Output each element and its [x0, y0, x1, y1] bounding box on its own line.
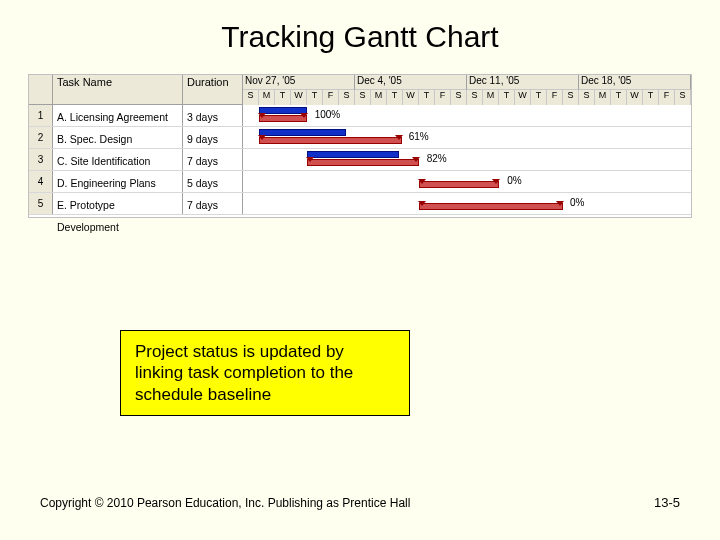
day-header: F	[323, 90, 339, 105]
page-title: Tracking Gantt Chart	[0, 0, 720, 74]
day-header: S	[675, 90, 691, 105]
day-header: T	[387, 90, 403, 105]
row-taskname: E. Prototype Development	[53, 193, 183, 214]
row-duration: 7 days	[183, 193, 243, 214]
col-header-duration: Duration	[183, 75, 243, 104]
row-duration: 5 days	[183, 171, 243, 192]
table-row: 5 E. Prototype Development 7 days 0%	[29, 193, 691, 215]
gantt-bar-baseline	[307, 159, 419, 166]
gantt-bar-actual	[259, 129, 347, 136]
gantt-body: 1 A. Licensing Agreement 3 days 100% 2 B…	[29, 105, 691, 215]
day-header: W	[403, 90, 419, 105]
row-taskname: B. Spec. Design	[53, 127, 183, 148]
gantt-bar-label: 0%	[507, 175, 521, 186]
row-id: 3	[29, 149, 53, 170]
day-header: S	[355, 90, 371, 105]
row-taskname: C. Site Identification	[53, 149, 183, 170]
row-id: 2	[29, 127, 53, 148]
gantt-bar-label: 82%	[427, 153, 447, 164]
row-duration: 3 days	[183, 105, 243, 126]
gantt-bar-label: 100%	[315, 109, 341, 120]
gantt-chart: Task Name Duration Nov 27, '05 Dec 4, '0…	[28, 74, 692, 218]
day-header: M	[595, 90, 611, 105]
day-header: T	[531, 90, 547, 105]
gantt-bar-baseline	[419, 181, 499, 188]
day-header: M	[483, 90, 499, 105]
day-header: S	[451, 90, 467, 105]
gantt-bar-baseline	[259, 137, 403, 144]
table-row: 1 A. Licensing Agreement 3 days 100%	[29, 105, 691, 127]
row-taskname: D. Engineering Plans	[53, 171, 183, 192]
day-header: T	[643, 90, 659, 105]
day-header: F	[659, 90, 675, 105]
page-number: 13-5	[654, 495, 680, 510]
row-id: 1	[29, 105, 53, 126]
copyright-text: Copyright © 2010 Pearson Education, Inc.…	[40, 496, 410, 510]
day-header: T	[275, 90, 291, 105]
row-taskname: A. Licensing Agreement	[53, 105, 183, 126]
day-header: W	[627, 90, 643, 105]
day-header: F	[547, 90, 563, 105]
week-header: Dec 18, '05	[579, 75, 691, 90]
col-header-timeline: Nov 27, '05 Dec 4, '05 Dec 11, '05 Dec 1…	[243, 75, 691, 104]
week-header: Dec 4, '05	[355, 75, 467, 90]
day-header: T	[419, 90, 435, 105]
callout-box: Project status is updated by linking tas…	[120, 330, 410, 416]
day-header: S	[579, 90, 595, 105]
day-header: M	[259, 90, 275, 105]
day-header: T	[611, 90, 627, 105]
gantt-bar-label: 61%	[409, 131, 429, 142]
day-header: F	[435, 90, 451, 105]
gantt-bar-label: 0%	[570, 197, 584, 208]
table-row: 2 B. Spec. Design 9 days 61%	[29, 127, 691, 149]
table-row: 3 C. Site Identification 7 days 82%	[29, 149, 691, 171]
day-header: S	[243, 90, 259, 105]
table-row: 4 D. Engineering Plans 5 days 0%	[29, 171, 691, 193]
row-duration: 9 days	[183, 127, 243, 148]
gantt-header: Task Name Duration Nov 27, '05 Dec 4, '0…	[29, 75, 691, 105]
gantt-bar-baseline	[259, 115, 307, 122]
gantt-bar-baseline	[419, 203, 563, 210]
row-id: 5	[29, 193, 53, 214]
day-header: M	[371, 90, 387, 105]
row-id: 4	[29, 171, 53, 192]
day-header: S	[339, 90, 355, 105]
day-header: W	[515, 90, 531, 105]
col-header-taskname: Task Name	[53, 75, 183, 104]
col-header-id	[29, 75, 53, 104]
day-header: T	[499, 90, 515, 105]
day-header: S	[563, 90, 579, 105]
row-duration: 7 days	[183, 149, 243, 170]
day-header: W	[291, 90, 307, 105]
week-header: Nov 27, '05	[243, 75, 355, 90]
day-header: S	[467, 90, 483, 105]
week-header: Dec 11, '05	[467, 75, 579, 90]
day-header: T	[307, 90, 323, 105]
gantt-bar-actual	[307, 151, 399, 158]
